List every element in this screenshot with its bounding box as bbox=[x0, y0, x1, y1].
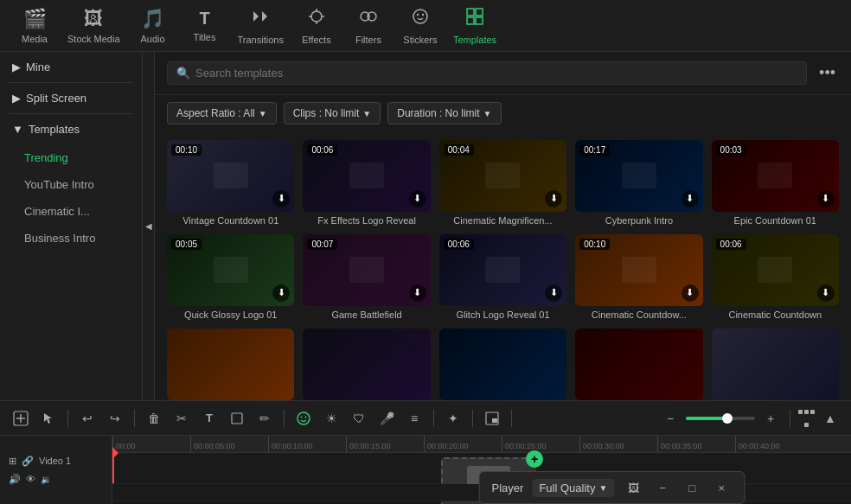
template-card-11[interactable] bbox=[167, 329, 294, 400]
thumb-download-4[interactable]: ⬇ bbox=[681, 190, 699, 207]
sidebar-sub-business[interactable]: Business Intro bbox=[0, 225, 142, 252]
svg-rect-17 bbox=[349, 163, 384, 188]
sidebar-mine-label: Mine bbox=[26, 61, 50, 73]
template-card-2[interactable]: 00:06⬇Fx Effects Logo Reveal bbox=[303, 140, 430, 226]
draw-btn[interactable]: ✏ bbox=[253, 406, 277, 431]
zoom-area: − + bbox=[658, 406, 783, 431]
sidebar-item-split-screen[interactable]: ▶ Split Screen bbox=[0, 83, 142, 113]
template-card-9[interactable]: 00:10⬇Cinematic Countdow... bbox=[575, 234, 702, 320]
template-thumb-1: 00:10⬇ bbox=[167, 140, 294, 212]
track-volume-icon: 🔉 bbox=[41, 475, 51, 484]
tl-sep-4 bbox=[433, 410, 434, 427]
cut-btn[interactable]: ✂ bbox=[170, 406, 194, 431]
caption-btn[interactable]: ≡ bbox=[402, 406, 426, 431]
thumb-download-3[interactable]: ⬇ bbox=[545, 190, 562, 207]
tl-sep-6 bbox=[511, 410, 512, 427]
template-card-6[interactable]: 00:05⬇Quick Glossy Logo 01 bbox=[167, 234, 294, 320]
cursor-btn[interactable] bbox=[36, 406, 61, 431]
player-quality-dropdown[interactable]: Full Quality ▼ bbox=[532, 479, 614, 497]
aspect-ratio-filter[interactable]: Aspect Ratio : All ▼ bbox=[167, 102, 277, 124]
toolbar-audio-label: Audio bbox=[140, 34, 164, 44]
template-card-13[interactable] bbox=[439, 329, 566, 400]
crop-btn[interactable] bbox=[225, 406, 249, 431]
player-maximize-btn[interactable]: □ bbox=[681, 477, 702, 498]
thumb-badge-5: 00:03 bbox=[716, 144, 746, 156]
toolbar-stock-media-label: Stock Media bbox=[67, 34, 120, 44]
grid-view-btn[interactable] bbox=[797, 406, 815, 431]
sidebar: ▶ Mine ▶ Split Screen ▼ Templates Trendi… bbox=[0, 52, 143, 400]
template-card-5[interactable]: 00:03⬇Epic Countdown 01 bbox=[712, 140, 839, 226]
undo-btn[interactable]: ↩ bbox=[75, 406, 99, 431]
media-icon: 🎬 bbox=[23, 8, 47, 30]
duration-filter[interactable]: Duration : No limit ▼ bbox=[387, 102, 501, 124]
zoom-out-btn[interactable]: − bbox=[658, 406, 682, 431]
shield-btn[interactable]: 🛡 bbox=[347, 406, 371, 431]
toolbar-filters[interactable]: Filters bbox=[342, 1, 394, 51]
track-eye-icon[interactable]: 👁 bbox=[26, 474, 35, 484]
toolbar-media[interactable]: 🎬 Media bbox=[9, 1, 61, 51]
thumb-download-10[interactable]: ⬇ bbox=[817, 284, 835, 302]
toolbar-effects[interactable]: Effects bbox=[291, 1, 342, 51]
text-btn[interactable]: T bbox=[197, 406, 221, 431]
effects-icon bbox=[307, 7, 326, 31]
template-card-4[interactable]: 00:17⬇Cyberpunk Intro bbox=[575, 140, 702, 226]
template-card-12[interactable] bbox=[303, 329, 430, 400]
toolbar-audio[interactable]: 🎵 Audio bbox=[127, 1, 179, 51]
sidebar-sub-trending[interactable]: Trending bbox=[0, 144, 142, 171]
grid-dot bbox=[804, 410, 809, 414]
template-card-8[interactable]: 00:06⬇Glitch Logo Reveal 01 bbox=[439, 234, 566, 320]
svg-rect-16 bbox=[214, 163, 248, 188]
search-box[interactable]: 🔍 bbox=[167, 61, 807, 85]
sidebar-item-templates[interactable]: ▼ Templates bbox=[0, 114, 142, 144]
thumb-download-7[interactable]: ⬇ bbox=[409, 284, 426, 302]
thumb-download-5[interactable]: ⬇ bbox=[817, 190, 835, 207]
delete-btn[interactable]: 🗑 bbox=[142, 406, 166, 431]
sidebar-collapse-btn[interactable]: ◀ bbox=[143, 52, 155, 400]
player-close-btn[interactable]: × bbox=[711, 477, 732, 498]
thumb-download-9[interactable]: ⬇ bbox=[681, 284, 699, 302]
thumb-download-8[interactable]: ⬇ bbox=[545, 284, 562, 302]
zoom-knob[interactable] bbox=[722, 413, 733, 424]
template-card-3[interactable]: 00:04⬇Cinematic Magnificen... bbox=[439, 140, 566, 226]
add-media-btn[interactable] bbox=[9, 406, 33, 431]
template-card-1[interactable]: 00:10⬇Vintage Countdown 01 bbox=[167, 140, 294, 226]
pip-btn[interactable] bbox=[480, 406, 504, 431]
track-add-icon[interactable]: ⊞ bbox=[9, 456, 16, 467]
expand-btn[interactable]: ▲ bbox=[818, 406, 842, 431]
thumb-download-1[interactable]: ⬇ bbox=[272, 190, 290, 207]
more-options-btn[interactable]: ••• bbox=[816, 61, 839, 86]
timeline-ruler: 00:00 00:00:05:00 00:00:10:00 00:00:15:0… bbox=[112, 436, 851, 453]
template-card-15[interactable] bbox=[712, 329, 839, 400]
template-card-14[interactable] bbox=[575, 329, 702, 400]
thumb-download-6[interactable]: ⬇ bbox=[272, 284, 290, 302]
sidebar-item-mine[interactable]: ▶ Mine bbox=[0, 52, 142, 82]
sidebar-sub-youtube-intro[interactable]: YouTube Intro bbox=[0, 171, 142, 198]
thumb-badge-7: 00:07 bbox=[307, 239, 337, 250]
template-card-10[interactable]: 00:06⬇Cinematic Countdown bbox=[712, 234, 839, 320]
toolbar-titles[interactable]: T Titles bbox=[179, 1, 231, 51]
track-speaker-icon[interactable]: 🔊 bbox=[9, 474, 21, 485]
zoom-in-btn[interactable]: + bbox=[758, 406, 783, 431]
zoom-slider[interactable] bbox=[686, 417, 755, 420]
clips-chevron: ▼ bbox=[362, 109, 371, 118]
mic-btn[interactable]: 🎤 bbox=[374, 406, 399, 431]
ruler-mark-0: 00:00 bbox=[112, 436, 190, 452]
search-input[interactable] bbox=[195, 67, 797, 80]
redo-btn[interactable]: ↪ bbox=[103, 406, 127, 431]
face-btn[interactable] bbox=[291, 406, 316, 431]
toolbar-stickers[interactable]: Stickers bbox=[394, 1, 446, 51]
tl-sep-7 bbox=[790, 410, 790, 427]
ruler-mark-8: 00:00:40:00 bbox=[735, 436, 813, 452]
magic-btn[interactable]: ✦ bbox=[441, 406, 465, 431]
player-image-btn[interactable]: 🖼 bbox=[623, 477, 643, 498]
sidebar-sub-cinematic[interactable]: Cinematic I... bbox=[0, 198, 142, 225]
clips-filter[interactable]: Clips : No limit ▼ bbox=[284, 102, 381, 124]
tl-sep-5 bbox=[472, 410, 473, 427]
template-card-7[interactable]: 00:07⬇Game Battlefield bbox=[303, 234, 430, 320]
player-minimize-btn[interactable]: − bbox=[652, 477, 673, 498]
sun-btn[interactable]: ☀ bbox=[319, 406, 343, 431]
toolbar-templates[interactable]: Templates bbox=[446, 1, 503, 51]
thumb-download-2[interactable]: ⬇ bbox=[409, 190, 426, 207]
toolbar-transitions[interactable]: Transitions bbox=[231, 1, 291, 51]
toolbar-stock-media[interactable]: 🖼 Stock Media bbox=[61, 1, 127, 51]
